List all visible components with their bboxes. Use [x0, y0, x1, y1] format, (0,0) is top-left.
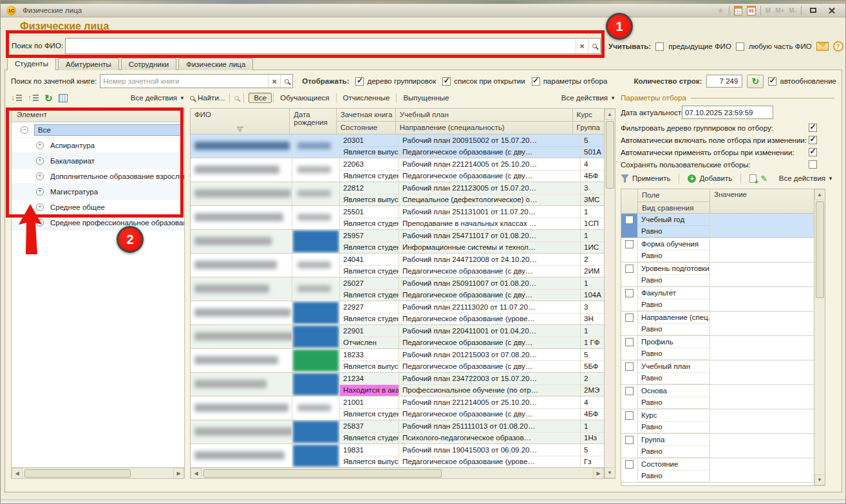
filter-value-cell[interactable]: [710, 434, 814, 458]
state-filter-2[interactable]: Отчисленные: [338, 93, 395, 103]
envelope-icon[interactable]: [816, 42, 829, 51]
calendar-icon[interactable]: 31: [747, 6, 756, 15]
apply-filter-button[interactable]: Применить: [621, 174, 670, 183]
filter-value-cell[interactable]: [710, 409, 814, 433]
filter-row-checkbox-0[interactable]: [625, 216, 634, 224]
filter-row[interactable]: ГруппаРавно: [621, 434, 814, 458]
filter-option-checkbox-2[interactable]: ✓: [809, 148, 817, 156]
filter-row[interactable]: ПрофильРавно: [621, 336, 814, 360]
filter-row-checkbox-8[interactable]: [625, 411, 634, 420]
calculator-icon[interactable]: [734, 6, 742, 15]
refresh-tree-button[interactable]: ↻: [44, 93, 53, 103]
filter-value-cell[interactable]: [710, 263, 814, 286]
filter-option-checkbox-3[interactable]: [809, 160, 817, 169]
search-button[interactable]: [280, 75, 292, 88]
memory-button-1[interactable]: M+: [775, 7, 784, 14]
actuality-date-input[interactable]: [682, 109, 773, 117]
filter-row[interactable]: ФакультетРавно: [621, 287, 814, 312]
filter-row-checkbox-10[interactable]: [625, 460, 634, 469]
filter-row-checkbox-5[interactable]: [625, 338, 634, 346]
table-row[interactable]: 25501Является студентомРабочий план 2511…: [191, 206, 604, 230]
scrollbar-thumb[interactable]: [203, 469, 442, 478]
table-row[interactable]: 22901ОтчисленРабочий план 220411001 от 0…: [191, 325, 604, 349]
filter-row-checkbox-2[interactable]: [625, 265, 634, 273]
filter-row-checkbox-9[interactable]: [625, 436, 634, 444]
filter-row[interactable]: Направление (спец…Равно: [621, 312, 814, 336]
table-horizontal-scrollbar[interactable]: ◀ ▶: [191, 467, 604, 478]
add-filter-button[interactable]: +Добавить: [688, 174, 732, 183]
state-filter-3[interactable]: Выпущенные: [398, 93, 454, 103]
filter-row[interactable]: Учебный годРавно: [621, 214, 814, 238]
tab-0[interactable]: Студенты: [7, 57, 56, 70]
scroll-right-icon[interactable]: ▶: [593, 468, 604, 479]
table-row[interactable]: 21234Находится в академ…Рабочий план 234…: [191, 373, 604, 397]
filter-row-checkbox-6[interactable]: [625, 362, 634, 371]
expand-all-button[interactable]: ↓: [11, 94, 22, 102]
maximize-button[interactable]: [806, 5, 820, 16]
column-header-group[interactable]: Группа: [573, 121, 604, 133]
table-row[interactable]: 25957Является студентомРабочий план 2547…: [191, 230, 604, 254]
filter-value-cell[interactable]: [710, 214, 814, 238]
scroll-up-icon[interactable]: ▲: [814, 189, 825, 200]
filter-row[interactable]: СостояниеРавно: [621, 458, 814, 483]
column-header-direction[interactable]: Направление (специальность): [396, 121, 572, 133]
filter-value-cell[interactable]: [710, 312, 814, 335]
filter-value-cell[interactable]: [710, 287, 814, 311]
filter-row[interactable]: ОсноваРавно: [621, 385, 814, 409]
filter-header-compare[interactable]: Вид сравнения: [638, 201, 710, 214]
memory-button-2[interactable]: M-: [789, 7, 796, 14]
tab-2[interactable]: Сотрудники: [121, 58, 176, 70]
table-row[interactable]: 22063Является студентомРабочий план 2212…: [191, 158, 604, 182]
filter-header-field[interactable]: ПолеВид сравнения: [638, 189, 710, 213]
filter-value-cell[interactable]: [710, 458, 814, 482]
filter-value-cell[interactable]: [710, 336, 814, 360]
scroll-left-icon[interactable]: ◀: [191, 468, 202, 479]
state-filter-1[interactable]: Обучающиеся: [275, 93, 334, 103]
tab-1[interactable]: Абитуриенты: [58, 58, 119, 70]
filter-row-checkbox-3[interactable]: [625, 289, 634, 297]
table-row[interactable]: 22927Является студентомРабочий план 2211…: [191, 301, 604, 325]
book-search-input[interactable]: [100, 77, 268, 85]
refresh-count-button[interactable]: ↻: [747, 75, 764, 88]
tree-horizontal-scrollbar[interactable]: ◀ ▶: [12, 467, 184, 478]
display-checkbox-2[interactable]: ✓: [532, 77, 540, 86]
filter-row[interactable]: Форма обученияРавно: [621, 238, 814, 263]
table-vertical-scrollbar[interactable]: ▲ ▼: [604, 109, 615, 478]
close-button[interactable]: ✕: [825, 5, 839, 16]
list-all-actions-button[interactable]: Все действия▼: [561, 94, 616, 102]
scrollbar-track[interactable]: [23, 469, 173, 478]
table-row[interactable]: 18233Является выпускни…Рабочий план 2012…: [191, 349, 604, 373]
column-header-birthdate[interactable]: Дата рождения: [290, 109, 336, 134]
filter-row-checkbox-1[interactable]: [625, 240, 634, 248]
memory-button-0[interactable]: M: [766, 7, 771, 14]
clear-search-button[interactable]: ×: [268, 75, 280, 88]
column-header-plan[interactable]: Учебный планНаправление (специальность): [396, 109, 573, 134]
filter-row-checkbox-7[interactable]: [625, 387, 634, 395]
scroll-down-icon[interactable]: ▼: [814, 474, 825, 485]
display-checkbox-0[interactable]: ✓: [355, 77, 364, 86]
table-row[interactable]: 22812Является выпускни…Рабочий план 2211…: [191, 182, 604, 206]
consider-checkbox-0[interactable]: [655, 42, 664, 51]
filter-all-actions-button[interactable]: Все действия▼: [779, 174, 833, 182]
scrollbar-thumb[interactable]: [24, 469, 131, 478]
autorefresh-checkbox[interactable]: ✓: [768, 77, 776, 86]
collapse-all-button[interactable]: ↑: [28, 94, 39, 102]
grid-view-icon[interactable]: [59, 94, 68, 102]
state-filter-0[interactable]: Все: [249, 93, 272, 103]
filter-value-cell[interactable]: [710, 385, 814, 409]
display-checkbox-1[interactable]: ✓: [442, 77, 451, 86]
table-row[interactable]: 25027Является студентомРабочий план 2509…: [191, 277, 604, 301]
scroll-left-icon[interactable]: ◀: [12, 468, 23, 479]
filter-row-checkbox-4[interactable]: [625, 313, 634, 322]
scroll-right-icon[interactable]: ▶: [173, 468, 184, 479]
scroll-down-icon[interactable]: ▼: [605, 467, 616, 478]
favorites-star-icon[interactable]: ★: [717, 6, 724, 15]
column-header-fio[interactable]: ФИО: [191, 109, 290, 134]
column-header-course[interactable]: КурсГруппа: [573, 109, 604, 134]
filter-option-checkbox-0[interactable]: ✓: [809, 124, 817, 132]
scrollbar-thumb[interactable]: [816, 201, 824, 298]
filter-value-cell[interactable]: [710, 360, 814, 384]
column-header-book[interactable]: Зачетная книгаСостояние: [337, 109, 396, 134]
table-row[interactable]: 24041Является студентомРабочий план 2447…: [191, 254, 604, 277]
filter-row[interactable]: Учебный планРавно: [621, 360, 814, 385]
